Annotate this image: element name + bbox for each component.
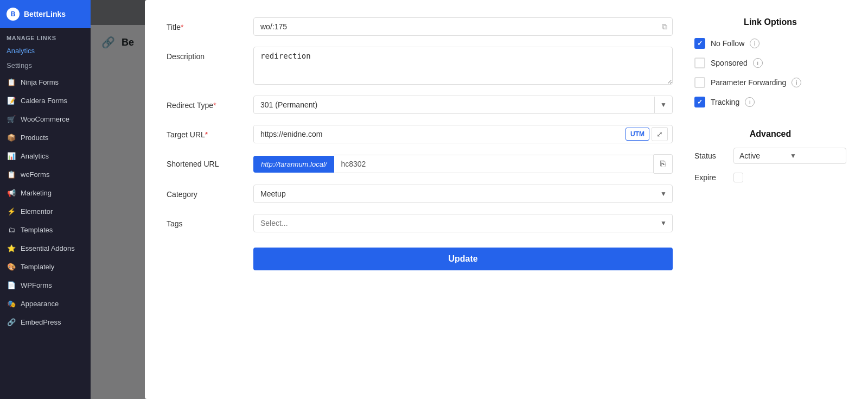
redirect-type-select[interactable]: 301 (Permanent) 302 (Temporary) 307 (Tem… [254,96,654,113]
update-button[interactable]: Update [253,248,673,270]
title-field: ⧉ [253,17,673,36]
category-input[interactable] [254,185,655,202]
utm-button[interactable]: UTM [626,128,649,141]
no-follow-row: No Follow i [694,38,846,49]
status-chevron-icon: ▼ [790,152,840,160]
sidebar-item-label: weForms [21,170,49,179]
description-label: Description [167,47,253,61]
sponsored-checkbox[interactable] [694,58,705,68]
tags-input[interactable] [254,214,655,232]
update-label-spacer [167,243,253,249]
options-column: Link Options No Follow i Sponsored i Par… [694,17,846,281]
shortened-url-row: Shortened URL http://tarannum.local/ ⎘ [167,154,673,174]
sidebar-logo[interactable]: B BetterLinks [0,0,91,28]
sidebar-item-templately[interactable]: 🎨 Templately [0,257,91,276]
appearance-icon: 🎭 [7,299,16,308]
modal-content: Title* ⧉ Description redirection [167,17,846,281]
sidebar-item-label: WooCommerce [21,115,69,123]
redirect-type-select-wrapper: 301 (Permanent) 302 (Temporary) 307 (Tem… [253,96,673,114]
sidebar-item-label: Caldera Forms [21,97,67,105]
tags-select-wrapper: ▼ [253,214,673,232]
target-url-label: Target URL* [167,125,253,139]
share-button[interactable]: ⤢ [652,127,668,141]
sidebar-item-label: EmbedPress [21,318,61,326]
tags-chevron-icon[interactable]: ▼ [655,215,672,231]
expire-checkbox[interactable] [733,173,743,182]
sidebar-item-label: Templately [21,263,54,271]
description-textarea[interactable]: redirection [253,47,673,85]
sidebar-item-products[interactable]: 📦 Products [0,128,91,147]
clipboard-icon: ⧉ [662,22,667,31]
status-row: Status Active ▼ [694,148,846,164]
ninja-forms-icon: 📋 [7,77,16,87]
title-input-wrapper: ⧉ [253,17,673,36]
title-input[interactable] [253,17,673,36]
products-icon: 📦 [7,132,16,142]
templately-icon: 🎨 [7,262,16,271]
sidebar-item-marketing[interactable]: 📢 Marketing [0,183,91,202]
status-select[interactable]: Active ▼ [733,148,846,164]
elementor-icon: ⚡ [7,206,16,216]
sponsored-info-icon[interactable]: i [753,58,763,68]
parameter-forwarding-info-icon[interactable]: i [792,78,801,87]
sidebar-item-essential-addons[interactable]: ⭐ Essential Addons [0,239,91,257]
wpforms-icon: 📄 [7,280,16,290]
templates-icon: 🗂 [7,225,16,235]
shortened-base[interactable]: http://tarannum.local/ [253,156,334,173]
sidebar-item-weforms[interactable]: 📋 weForms [0,165,91,183]
category-chevron-icon[interactable]: ▼ [655,186,672,202]
advanced-title: Advanced [694,129,846,139]
tags-field: ▼ [253,214,673,232]
betterlinks-logo-icon: B [7,8,20,21]
redirect-type-field: 301 (Permanent) 302 (Temporary) 307 (Tem… [253,96,673,114]
sidebar-item-label: Ninja Forms [21,78,59,86]
tracking-checkbox[interactable] [694,97,705,107]
link-options-title: Link Options [694,17,846,27]
no-follow-checkbox[interactable] [694,38,705,49]
expire-label: Expire [694,173,727,182]
title-row: Title* ⧉ [167,17,673,36]
sidebar-item-templates[interactable]: 🗂 Templates [0,220,91,239]
sidebar-item-label: Analytics [21,152,49,160]
tracking-label: Tracking [711,98,739,106]
title-label: Title* [167,17,253,31]
sidebar-item-woocommerce[interactable]: 🛒 WooCommerce [0,110,91,128]
shortened-url-row-inner: http://tarannum.local/ ⎘ [253,154,673,174]
tracking-info-icon[interactable]: i [745,97,755,107]
main-area: ≡ ⊞ ★ ☽ 🔗 Be Settings ⋮ ⠿ How to... comm… [91,0,868,399]
shortened-url-field: http://tarannum.local/ ⎘ [253,154,673,174]
sidebar-analytics-link[interactable]: Analytics [0,43,91,58]
sidebar: B BetterLinks Manage Links Analytics Set… [0,0,91,399]
sidebar-item-label: Products [21,134,48,142]
sidebar-item-caldera-forms[interactable]: 📝 Caldera Forms [0,91,91,110]
sidebar-item-wpforms[interactable]: 📄 WPForms [0,276,91,294]
edit-link-modal: Title* ⧉ Description redirection [145,0,868,399]
target-url-wrapper: UTM ⤢ [253,125,673,143]
category-field: ▼ [253,185,673,203]
sidebar-item-ninja-forms[interactable]: 📋 Ninja Forms [0,73,91,91]
target-url-field: UTM ⤢ [253,125,673,143]
sidebar-item-embedpress[interactable]: 🔗 EmbedPress [0,313,91,331]
sidebar-item-analytics[interactable]: 📊 Analytics [0,147,91,165]
sidebar-item-label: Elementor [21,207,53,216]
sidebar-item-label: Marketing [21,189,52,197]
tags-label: Tags [167,214,253,228]
shortened-slug-input[interactable] [334,155,654,173]
embedpress-icon: 🔗 [7,317,16,327]
sidebar-item-elementor[interactable]: ⚡ Elementor [0,202,91,220]
copy-slug-button[interactable]: ⎘ [654,154,673,174]
parameter-forwarding-checkbox[interactable] [694,77,705,88]
parameter-forwarding-row: Parameter Forwarding i [694,77,846,88]
sidebar-settings-link[interactable]: Settings [0,58,91,73]
required-marker: * [181,23,183,31]
no-follow-info-icon[interactable]: i [750,39,760,48]
tags-row: Tags ▼ [167,214,673,232]
target-url-input[interactable] [254,125,626,143]
essential-addons-icon: ⭐ [7,243,16,253]
woocommerce-icon: 🛒 [7,114,16,124]
category-label: Category [167,185,253,199]
sidebar-item-appearance[interactable]: 🎭 Appearance [0,294,91,313]
expire-row: Expire [694,173,846,182]
caldera-forms-icon: 📝 [7,96,16,105]
select-chevron-icon[interactable]: ▼ [655,101,672,109]
